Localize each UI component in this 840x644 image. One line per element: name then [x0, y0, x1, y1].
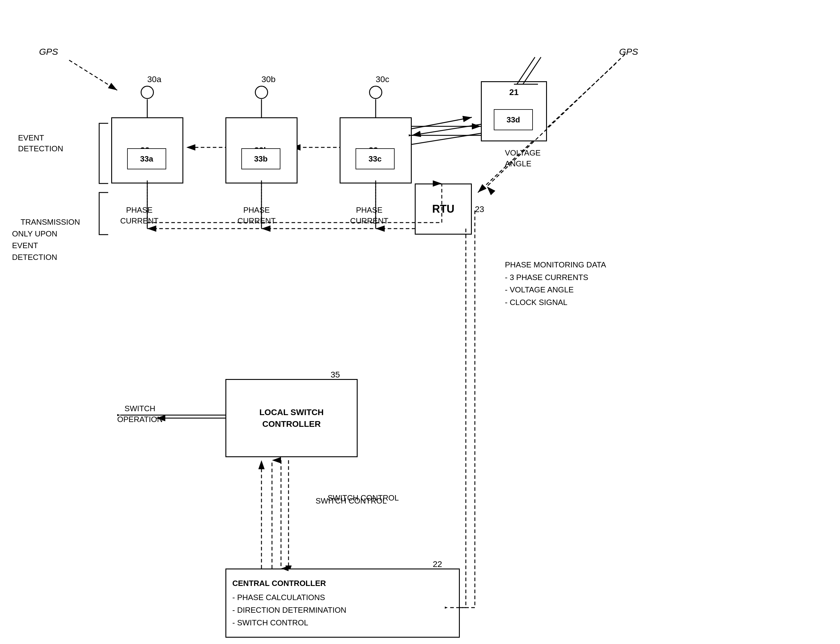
- box-32b: 32b 33b: [225, 117, 298, 184]
- node-23-label: 23: [475, 205, 484, 214]
- cc-line3: - DIRECTION DETERMINATION: [233, 604, 453, 617]
- cc-line1: CENTRAL CONTROLLER: [233, 577, 453, 590]
- svg-line-50: [487, 54, 625, 187]
- box-33a: 33a: [127, 148, 166, 169]
- box-22-label: 22: [433, 560, 442, 569]
- box-32c: 32c 33c: [340, 117, 412, 184]
- box-33c: 33c: [355, 148, 395, 169]
- node-30c-label: 30c: [376, 75, 389, 84]
- cc-line2: - PHASE CALCULATIONS: [233, 591, 453, 604]
- box-33b: 33b: [241, 148, 280, 169]
- gps-left-label: GPS: [39, 47, 58, 57]
- cc-line4: - SWITCH CONTROL: [233, 617, 453, 629]
- local-switch-controller-label: LOCAL SWITCHCONTROLLER: [259, 406, 324, 430]
- node-30a-label: 30a: [147, 75, 161, 84]
- node-30c: [369, 86, 382, 99]
- box-35-label: 35: [331, 370, 340, 380]
- box-local-switch-controller: LOCAL SWITCHCONTROLLER: [225, 379, 358, 457]
- node-30b: [255, 86, 268, 99]
- svg-line-4: [69, 60, 117, 90]
- phase-monitoring-data: PHASE MONITORING DATA - 3 PHASE CURRENTS…: [505, 259, 606, 309]
- switch-control-between: SWITCH CONTROL: [327, 493, 399, 503]
- box-32a: 32a 33a: [111, 117, 183, 184]
- box-central-controller: CENTRAL CONTROLLER - PHASE CALCULATIONS …: [225, 568, 460, 638]
- central-controller-content: CENTRAL CONTROLLER - PHASE CALCULATIONS …: [226, 571, 459, 635]
- node-30b-label: 30b: [262, 75, 275, 84]
- node-30a: [141, 86, 154, 99]
- event-detection-brace: EVENT DETECTION: [18, 132, 63, 154]
- event-detection-label: EVENT DETECTION: [18, 132, 63, 154]
- transmission-label: TRANSMISSION ONLY UPON EVENT DETECTION: [12, 205, 80, 275]
